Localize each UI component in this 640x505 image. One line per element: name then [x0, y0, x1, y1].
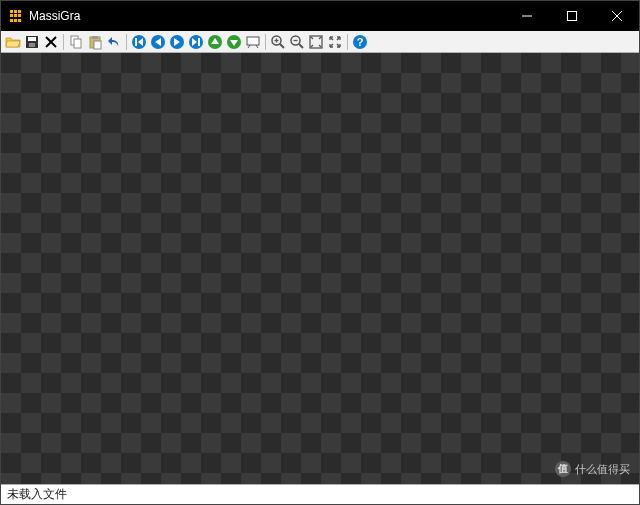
last-button[interactable]: [187, 33, 205, 51]
svg-text:?: ?: [357, 36, 364, 48]
toolbar-separator: [265, 34, 266, 50]
svg-rect-6: [29, 43, 35, 47]
zoom-out-button[interactable]: [288, 33, 306, 51]
svg-rect-28: [247, 37, 259, 45]
first-button[interactable]: [130, 33, 148, 51]
zoom-in-button[interactable]: [269, 33, 287, 51]
svg-line-32: [280, 44, 284, 48]
open-button[interactable]: [4, 33, 22, 51]
toolbar-separator: [347, 34, 348, 50]
undo-button[interactable]: [105, 33, 123, 51]
up-button[interactable]: [206, 33, 224, 51]
slideshow-button[interactable]: [244, 33, 262, 51]
statusbar: 未载入文件: [1, 484, 639, 504]
image-canvas[interactable]: [1, 53, 639, 484]
svg-rect-10: [74, 39, 81, 48]
maximize-button[interactable]: [549, 1, 594, 31]
fit-window-button[interactable]: [307, 33, 325, 51]
svg-line-36: [299, 44, 303, 48]
status-message: 未载入文件: [7, 486, 67, 503]
titlebar: MassiGra: [1, 1, 639, 31]
paste-button[interactable]: [86, 33, 104, 51]
next-button[interactable]: [168, 33, 186, 51]
svg-rect-5: [28, 37, 36, 41]
toolbar-separator: [126, 34, 127, 50]
delete-button[interactable]: [42, 33, 60, 51]
minimize-button[interactable]: [504, 1, 549, 31]
close-button[interactable]: [594, 1, 639, 31]
svg-rect-12: [92, 36, 98, 39]
help-button[interactable]: ?: [351, 33, 369, 51]
app-title: MassiGra: [29, 9, 504, 23]
app-icon: [9, 9, 23, 23]
svg-rect-15: [135, 38, 137, 46]
save-button[interactable]: [23, 33, 41, 51]
svg-rect-13: [94, 41, 101, 49]
down-button[interactable]: [225, 33, 243, 51]
prev-button[interactable]: [149, 33, 167, 51]
copy-button[interactable]: [67, 33, 85, 51]
toolbar: ?: [1, 31, 639, 53]
toolbar-separator: [63, 34, 64, 50]
svg-rect-23: [198, 38, 200, 46]
app-window: MassiGra: [0, 0, 640, 505]
svg-rect-1: [567, 12, 576, 21]
actual-size-button[interactable]: [326, 33, 344, 51]
